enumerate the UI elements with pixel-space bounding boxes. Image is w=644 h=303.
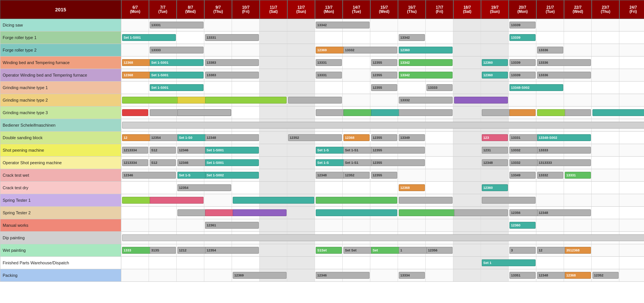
gantt-bar[interactable]: 13342 bbox=[316, 22, 370, 28]
gantt-bar[interactable]: Set 1-S001 bbox=[150, 84, 204, 91]
gantt-bar[interactable]: 12346 bbox=[122, 172, 176, 179]
gantt-bar[interactable]: 12352 bbox=[343, 172, 370, 179]
gantt-bar[interactable]: 13334 bbox=[399, 272, 425, 279]
gantt-bar[interactable] bbox=[122, 234, 644, 241]
gantt-bar[interactable]: 13349 bbox=[509, 172, 536, 179]
gantt-bar[interactable]: 12348 bbox=[537, 209, 591, 216]
gantt-bar[interactable]: 13348-S002 bbox=[509, 84, 563, 91]
gantt-bar[interactable] bbox=[399, 197, 453, 204]
gantt-cell bbox=[536, 219, 564, 231]
gantt-bar[interactable]: 13336 bbox=[537, 72, 591, 78]
gantt-bar[interactable]: 123 bbox=[482, 134, 508, 141]
gantt-cell bbox=[315, 182, 343, 194]
gantt-bar[interactable] bbox=[316, 209, 397, 216]
gantt-bar[interactable] bbox=[565, 109, 591, 116]
gantt-bar[interactable] bbox=[454, 97, 508, 104]
gantt-bar[interactable]: 12356 bbox=[426, 247, 453, 254]
gantt-bar[interactable]: 13331 bbox=[150, 22, 204, 28]
gantt-bar[interactable]: 313S bbox=[150, 247, 176, 254]
gantt-bar[interactable]: 12368 bbox=[399, 184, 425, 191]
gantt-bar[interactable]: 12348 bbox=[482, 159, 508, 166]
gantt-bar[interactable] bbox=[399, 109, 453, 116]
gantt-bar[interactable]: 12368 bbox=[343, 134, 370, 141]
gantt-bar[interactable]: 12355 bbox=[371, 147, 425, 154]
gantt-bar[interactable]: 12348 bbox=[205, 134, 259, 141]
gantt-bar[interactable]: Set 1-S001 bbox=[122, 34, 176, 41]
gantt-bar[interactable] bbox=[509, 109, 536, 116]
gantt-bar[interactable]: 13333 bbox=[537, 147, 591, 154]
gantt-bar[interactable]: 3512368 bbox=[565, 247, 591, 254]
gantt-bar[interactable]: 12354 bbox=[177, 184, 231, 191]
gantt-bar[interactable] bbox=[205, 97, 287, 104]
gantt-bar[interactable] bbox=[592, 109, 644, 116]
gantt-bar[interactable]: 13332 bbox=[343, 47, 397, 53]
gantt-bar[interactable]: 1313333 bbox=[537, 159, 591, 166]
gantt-bar[interactable]: 12352 bbox=[288, 134, 342, 141]
gantt-bar[interactable]: 13383 bbox=[205, 72, 259, 78]
gantt-bar[interactable]: 12360 bbox=[482, 72, 508, 78]
gantt-bar[interactable]: 3 bbox=[509, 247, 536, 254]
gantt-bar[interactable]: 12355 bbox=[371, 159, 425, 166]
gantt-bar[interactable]: 13333 bbox=[426, 84, 453, 91]
gantt-bar[interactable]: 1213334 bbox=[122, 147, 148, 154]
gantt-bar[interactable]: 12360 bbox=[482, 59, 508, 66]
gantt-bar[interactable]: Set 1 bbox=[482, 259, 536, 266]
gantt-bar[interactable]: 13339 bbox=[509, 72, 536, 78]
gantt-bar[interactable]: 12355 bbox=[371, 172, 397, 179]
gantt-bar[interactable] bbox=[122, 109, 148, 116]
gantt-bar[interactable]: 13383 bbox=[205, 59, 259, 66]
gantt-bar[interactable]: 13348-S002 bbox=[537, 134, 591, 141]
gantt-bar[interactable]: S1Set bbox=[316, 247, 342, 254]
gantt-bar[interactable]: 12361 bbox=[205, 222, 259, 229]
gantt-bar[interactable]: 13336 bbox=[537, 47, 563, 53]
gantt-bar[interactable]: 13342 bbox=[399, 34, 425, 41]
gantt-bar[interactable]: 1213334 bbox=[122, 159, 148, 166]
gantt-bar[interactable]: 13331 bbox=[316, 59, 342, 66]
gantt-bar[interactable]: 12360 bbox=[509, 222, 536, 229]
gantt-bar[interactable]: Set 1-S001 bbox=[205, 159, 259, 166]
gantt-bar[interactable]: 12355 bbox=[371, 59, 397, 66]
gantt-bar[interactable]: 12346 bbox=[316, 272, 370, 279]
gantt-cell bbox=[260, 219, 287, 231]
gantt-bar[interactable] bbox=[150, 197, 204, 204]
gantt-bar[interactable]: Set 1-S001 bbox=[150, 72, 204, 78]
gantt-bar[interactable]: Set 1-S002 bbox=[205, 172, 259, 179]
gantt-bar[interactable]: 13339 bbox=[509, 59, 536, 66]
gantt-bar[interactable] bbox=[482, 197, 536, 204]
gantt-bar[interactable]: 12355 bbox=[371, 72, 397, 78]
gantt-bar[interactable]: 13339 bbox=[509, 22, 536, 28]
gantt-bar[interactable]: 12368 bbox=[565, 272, 591, 279]
gantt-bar[interactable] bbox=[233, 197, 314, 204]
gantt-bar[interactable]: Set 1-S001 bbox=[150, 59, 204, 66]
gantt-bar[interactable] bbox=[177, 109, 231, 116]
row-label-12: Crack test wet bbox=[0, 169, 121, 181]
gantt-bar[interactable]: 13332 bbox=[399, 97, 453, 104]
gantt-bar[interactable]: S12 bbox=[150, 159, 176, 166]
gantt-bar[interactable]: 13342 bbox=[399, 59, 453, 66]
gantt-bar[interactable]: 13331 bbox=[316, 72, 342, 78]
gantt-bar[interactable]: 12354 bbox=[205, 247, 259, 254]
gantt-bar[interactable]: 13339 bbox=[509, 34, 536, 41]
gantt-bar[interactable]: 12355 bbox=[371, 84, 397, 91]
gantt-bar[interactable]: 13333 bbox=[150, 47, 204, 53]
gantt-bar[interactable]: 12355 bbox=[371, 134, 397, 141]
gantt-bar[interactable]: Set 1-S001 bbox=[205, 147, 259, 154]
gantt-bar[interactable] bbox=[288, 97, 342, 104]
gantt-bar[interactable]: 13336 bbox=[537, 59, 591, 66]
gantt-bar[interactable]: 13332 bbox=[537, 172, 563, 179]
gantt-bar[interactable]: 12352 bbox=[592, 272, 619, 279]
gantt-bar[interactable]: 12360 bbox=[399, 47, 453, 53]
gantt-bar[interactable] bbox=[233, 209, 287, 216]
gantt-bar[interactable]: 13331 bbox=[565, 172, 591, 179]
gantt-bar[interactable]: 13351 bbox=[509, 272, 536, 279]
gantt-bar[interactable]: 13331 bbox=[205, 34, 259, 41]
gantt-bar[interactable] bbox=[122, 122, 644, 129]
gantt-bar[interactable]: 12369 bbox=[233, 272, 287, 279]
gantt-bar[interactable]: S12 bbox=[150, 147, 176, 154]
gantt-bar[interactable]: 13349 bbox=[399, 134, 425, 141]
gantt-bar[interactable]: 1231 bbox=[482, 147, 508, 154]
gantt-bar[interactable]: 13342 bbox=[399, 72, 453, 78]
gantt-bar[interactable]: 12360 bbox=[482, 184, 508, 191]
gantt-bar[interactable] bbox=[316, 197, 397, 204]
gantt-bar[interactable] bbox=[454, 209, 508, 216]
